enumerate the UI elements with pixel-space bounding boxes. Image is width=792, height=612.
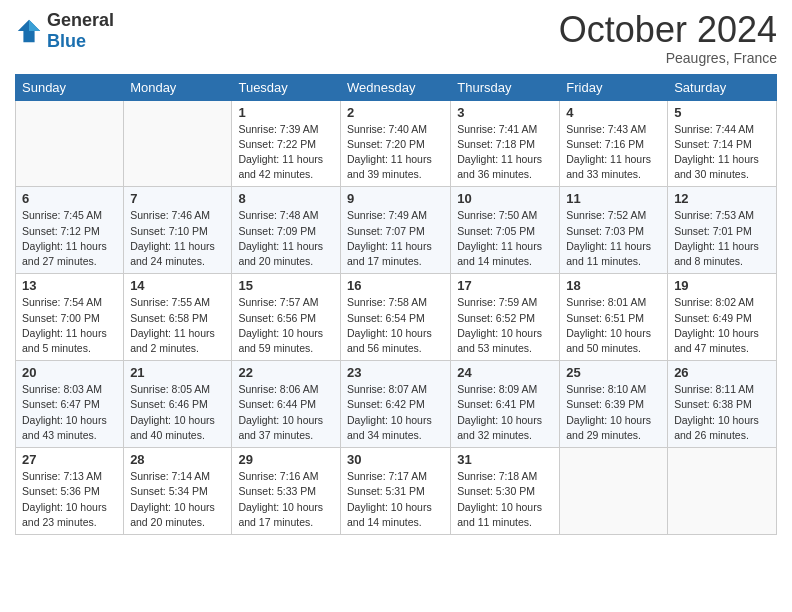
day-number: 13 <box>22 278 117 293</box>
day-number: 25 <box>566 365 661 380</box>
day-number: 3 <box>457 105 553 120</box>
calendar-week-row: 20Sunrise: 8:03 AMSunset: 6:47 PMDayligh… <box>16 361 777 448</box>
day-info: Sunrise: 7:53 AMSunset: 7:01 PMDaylight:… <box>674 208 770 269</box>
calendar-cell: 27Sunrise: 7:13 AMSunset: 5:36 PMDayligh… <box>16 448 124 535</box>
day-number: 9 <box>347 191 444 206</box>
month-title: October 2024 <box>559 10 777 50</box>
calendar-cell: 19Sunrise: 8:02 AMSunset: 6:49 PMDayligh… <box>668 274 777 361</box>
day-number: 17 <box>457 278 553 293</box>
day-info: Sunrise: 7:18 AMSunset: 5:30 PMDaylight:… <box>457 469 553 530</box>
logo-text: General Blue <box>47 10 114 52</box>
calendar-cell: 29Sunrise: 7:16 AMSunset: 5:33 PMDayligh… <box>232 448 341 535</box>
calendar-cell: 3Sunrise: 7:41 AMSunset: 7:18 PMDaylight… <box>451 100 560 187</box>
day-info: Sunrise: 7:40 AMSunset: 7:20 PMDaylight:… <box>347 122 444 183</box>
day-info: Sunrise: 7:13 AMSunset: 5:36 PMDaylight:… <box>22 469 117 530</box>
day-number: 10 <box>457 191 553 206</box>
weekday-header-saturday: Saturday <box>668 74 777 100</box>
day-info: Sunrise: 7:43 AMSunset: 7:16 PMDaylight:… <box>566 122 661 183</box>
weekday-header-friday: Friday <box>560 74 668 100</box>
day-number: 2 <box>347 105 444 120</box>
day-number: 24 <box>457 365 553 380</box>
day-info: Sunrise: 7:41 AMSunset: 7:18 PMDaylight:… <box>457 122 553 183</box>
day-number: 26 <box>674 365 770 380</box>
day-info: Sunrise: 7:59 AMSunset: 6:52 PMDaylight:… <box>457 295 553 356</box>
day-number: 12 <box>674 191 770 206</box>
day-info: Sunrise: 8:11 AMSunset: 6:38 PMDaylight:… <box>674 382 770 443</box>
day-info: Sunrise: 7:49 AMSunset: 7:07 PMDaylight:… <box>347 208 444 269</box>
day-info: Sunrise: 7:14 AMSunset: 5:34 PMDaylight:… <box>130 469 225 530</box>
calendar-cell: 11Sunrise: 7:52 AMSunset: 7:03 PMDayligh… <box>560 187 668 274</box>
svg-marker-1 <box>29 20 40 31</box>
calendar-cell: 21Sunrise: 8:05 AMSunset: 6:46 PMDayligh… <box>124 361 232 448</box>
calendar-cell: 14Sunrise: 7:55 AMSunset: 6:58 PMDayligh… <box>124 274 232 361</box>
calendar-cell: 25Sunrise: 8:10 AMSunset: 6:39 PMDayligh… <box>560 361 668 448</box>
day-number: 4 <box>566 105 661 120</box>
calendar-cell: 20Sunrise: 8:03 AMSunset: 6:47 PMDayligh… <box>16 361 124 448</box>
day-number: 5 <box>674 105 770 120</box>
calendar-cell: 12Sunrise: 7:53 AMSunset: 7:01 PMDayligh… <box>668 187 777 274</box>
calendar-cell: 30Sunrise: 7:17 AMSunset: 5:31 PMDayligh… <box>341 448 451 535</box>
day-number: 7 <box>130 191 225 206</box>
calendar-cell: 16Sunrise: 7:58 AMSunset: 6:54 PMDayligh… <box>341 274 451 361</box>
calendar-cell: 4Sunrise: 7:43 AMSunset: 7:16 PMDaylight… <box>560 100 668 187</box>
title-area: October 2024 Peaugres, France <box>559 10 777 66</box>
calendar-cell: 2Sunrise: 7:40 AMSunset: 7:20 PMDaylight… <box>341 100 451 187</box>
logo-blue: Blue <box>47 31 86 51</box>
calendar-cell: 7Sunrise: 7:46 AMSunset: 7:10 PMDaylight… <box>124 187 232 274</box>
day-number: 31 <box>457 452 553 467</box>
day-number: 23 <box>347 365 444 380</box>
day-info: Sunrise: 8:10 AMSunset: 6:39 PMDaylight:… <box>566 382 661 443</box>
calendar-cell: 9Sunrise: 7:49 AMSunset: 7:07 PMDaylight… <box>341 187 451 274</box>
calendar-cell: 1Sunrise: 7:39 AMSunset: 7:22 PMDaylight… <box>232 100 341 187</box>
day-info: Sunrise: 7:17 AMSunset: 5:31 PMDaylight:… <box>347 469 444 530</box>
day-number: 16 <box>347 278 444 293</box>
page: General Blue October 2024 Peaugres, Fran… <box>0 0 792 550</box>
day-number: 1 <box>238 105 334 120</box>
calendar-cell: 8Sunrise: 7:48 AMSunset: 7:09 PMDaylight… <box>232 187 341 274</box>
day-number: 14 <box>130 278 225 293</box>
calendar-cell: 15Sunrise: 7:57 AMSunset: 6:56 PMDayligh… <box>232 274 341 361</box>
day-info: Sunrise: 7:55 AMSunset: 6:58 PMDaylight:… <box>130 295 225 356</box>
day-number: 8 <box>238 191 334 206</box>
day-info: Sunrise: 7:52 AMSunset: 7:03 PMDaylight:… <box>566 208 661 269</box>
day-number: 29 <box>238 452 334 467</box>
day-info: Sunrise: 7:16 AMSunset: 5:33 PMDaylight:… <box>238 469 334 530</box>
calendar-week-row: 6Sunrise: 7:45 AMSunset: 7:12 PMDaylight… <box>16 187 777 274</box>
day-info: Sunrise: 8:09 AMSunset: 6:41 PMDaylight:… <box>457 382 553 443</box>
day-info: Sunrise: 7:45 AMSunset: 7:12 PMDaylight:… <box>22 208 117 269</box>
day-info: Sunrise: 8:06 AMSunset: 6:44 PMDaylight:… <box>238 382 334 443</box>
weekday-header-row: SundayMondayTuesdayWednesdayThursdayFrid… <box>16 74 777 100</box>
location-subtitle: Peaugres, France <box>559 50 777 66</box>
calendar-table: SundayMondayTuesdayWednesdayThursdayFrid… <box>15 74 777 535</box>
day-number: 19 <box>674 278 770 293</box>
logo-icon <box>15 17 43 45</box>
calendar-cell: 28Sunrise: 7:14 AMSunset: 5:34 PMDayligh… <box>124 448 232 535</box>
day-info: Sunrise: 7:57 AMSunset: 6:56 PMDaylight:… <box>238 295 334 356</box>
calendar-cell: 6Sunrise: 7:45 AMSunset: 7:12 PMDaylight… <box>16 187 124 274</box>
day-number: 18 <box>566 278 661 293</box>
calendar-cell <box>560 448 668 535</box>
weekday-header-monday: Monday <box>124 74 232 100</box>
calendar-cell: 13Sunrise: 7:54 AMSunset: 7:00 PMDayligh… <box>16 274 124 361</box>
weekday-header-thursday: Thursday <box>451 74 560 100</box>
day-info: Sunrise: 7:54 AMSunset: 7:00 PMDaylight:… <box>22 295 117 356</box>
day-number: 20 <box>22 365 117 380</box>
weekday-header-wednesday: Wednesday <box>341 74 451 100</box>
calendar-cell: 24Sunrise: 8:09 AMSunset: 6:41 PMDayligh… <box>451 361 560 448</box>
calendar-week-row: 13Sunrise: 7:54 AMSunset: 7:00 PMDayligh… <box>16 274 777 361</box>
weekday-header-tuesday: Tuesday <box>232 74 341 100</box>
day-info: Sunrise: 8:03 AMSunset: 6:47 PMDaylight:… <box>22 382 117 443</box>
calendar-cell: 10Sunrise: 7:50 AMSunset: 7:05 PMDayligh… <box>451 187 560 274</box>
weekday-header-sunday: Sunday <box>16 74 124 100</box>
day-info: Sunrise: 8:02 AMSunset: 6:49 PMDaylight:… <box>674 295 770 356</box>
day-number: 30 <box>347 452 444 467</box>
day-info: Sunrise: 8:05 AMSunset: 6:46 PMDaylight:… <box>130 382 225 443</box>
calendar-cell <box>124 100 232 187</box>
calendar-cell: 31Sunrise: 7:18 AMSunset: 5:30 PMDayligh… <box>451 448 560 535</box>
day-number: 22 <box>238 365 334 380</box>
calendar-cell: 5Sunrise: 7:44 AMSunset: 7:14 PMDaylight… <box>668 100 777 187</box>
logo: General Blue <box>15 10 114 52</box>
calendar-cell: 18Sunrise: 8:01 AMSunset: 6:51 PMDayligh… <box>560 274 668 361</box>
day-info: Sunrise: 7:39 AMSunset: 7:22 PMDaylight:… <box>238 122 334 183</box>
logo-general: General <box>47 10 114 30</box>
